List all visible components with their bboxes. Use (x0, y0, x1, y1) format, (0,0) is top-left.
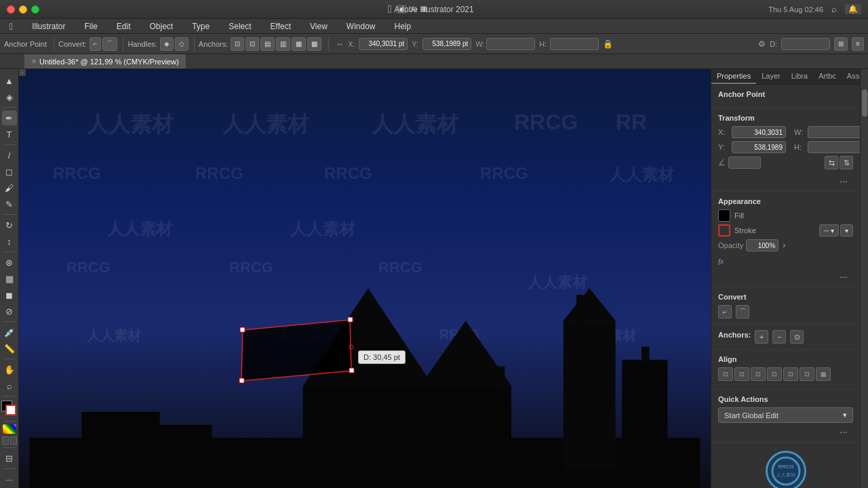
graph-tool[interactable]: ▦ (2, 271, 17, 286)
opacity-arrow-icon[interactable]: › (783, 241, 785, 250)
stroke-color[interactable] (5, 405, 16, 415)
fx-button[interactable]: fx (718, 256, 724, 266)
eyedropper-tool[interactable]: 💉 (2, 325, 17, 340)
transform-options-icon[interactable]: ⚙ (758, 39, 766, 49)
menu-file[interactable]: File (80, 20, 101, 33)
direct-selection-tool[interactable]: ◈ (2, 89, 17, 104)
menu-help[interactable]: Help (391, 20, 416, 33)
d-input[interactable] (781, 38, 830, 50)
anchor-remove-btn[interactable]: − (772, 330, 786, 344)
color-mode-btn[interactable] (3, 424, 16, 434)
panel-collapse-btn[interactable]: ‹ (19, 69, 26, 76)
view-mode-1[interactable] (2, 436, 9, 445)
menu-edit[interactable]: Edit (113, 20, 135, 33)
rect-tool[interactable]: ◻ (2, 164, 17, 179)
menu-effect[interactable]: Effect (267, 20, 295, 33)
stroke-swatch[interactable] (718, 224, 730, 237)
align-bottom-btn[interactable]: ⊡ (800, 367, 814, 381)
anchor-add-btn[interactable]: + (755, 330, 768, 344)
artboard-tool[interactable]: ⊟ (2, 451, 17, 466)
align-left-btn[interactable]: ⊡ (718, 367, 733, 381)
align-center-v-btn[interactable]: ⊡ (783, 367, 798, 381)
pencil-tool[interactable]: ✎ (2, 197, 17, 211)
rotate-tool[interactable]: ↻ (2, 218, 17, 232)
lock-icon[interactable]: 🔒 (603, 39, 613, 49)
fill-swatch[interactable] (718, 209, 730, 222)
zoom-tool[interactable]: ⌕ (2, 378, 17, 393)
maximize-button[interactable] (31, 5, 39, 14)
tab-close-icon[interactable]: ✕ (31, 58, 37, 65)
anchors-btn6[interactable]: ▩ (307, 37, 321, 51)
angle-input[interactable] (728, 157, 761, 169)
search-icon[interactable]: ⌕ (831, 4, 837, 14)
menu-view[interactable]: View (306, 20, 332, 33)
convert-smooth-btn[interactable]: ⌒ (102, 37, 117, 51)
hand-tool[interactable]: ✋ (2, 362, 17, 377)
flip-h-btn[interactable]: ⇆ (825, 156, 838, 169)
line-tool[interactable]: / (2, 148, 17, 163)
menu-apple[interactable]:  (5, 20, 17, 33)
convert-smooth-panel-btn[interactable]: ⌒ (736, 305, 749, 319)
pen-tool[interactable]: ✒ (2, 110, 17, 125)
stroke-type-dropdown[interactable]: ─ ▾ (819, 224, 839, 237)
tab-layer[interactable]: Layer (756, 69, 786, 84)
menu-illustrator[interactable]: Illustrator (28, 20, 69, 33)
align-chart-btn[interactable]: ▦ (816, 367, 831, 381)
apple-icon[interactable]:  (388, 3, 392, 16)
w-input[interactable] (486, 38, 535, 50)
tab-artboard[interactable]: Artbc (813, 69, 842, 84)
anchors-btn5[interactable]: ▦ (292, 37, 306, 51)
menu-type[interactable]: Type (188, 20, 214, 33)
anchor-smooth-btn[interactable]: ⊙ (790, 330, 804, 344)
paint-brush-tool[interactable]: 🖌 (2, 180, 17, 195)
appearance-more-btn[interactable]: ... (840, 269, 848, 280)
y-input[interactable] (422, 38, 471, 50)
doc-tab-active[interactable]: ✕ Untitled-36* @ 121,99 % (CMYK/Preview) (24, 54, 186, 68)
text-tool[interactable]: T (2, 127, 17, 142)
convert-corner-btn[interactable]: ⌐ (90, 37, 102, 51)
selection-tool[interactable]: ▲ (2, 73, 17, 88)
convert-corner-panel-btn[interactable]: ⌐ (718, 305, 732, 319)
flip-v-btn[interactable]: ⇅ (840, 156, 853, 169)
anchors-btn3[interactable]: ▤ (260, 37, 275, 51)
handles-btn2[interactable]: ◇ (175, 37, 189, 51)
blend-tool[interactable]: ⊘ (2, 304, 17, 319)
align-top-btn[interactable]: ⊡ (767, 367, 782, 381)
canvas-area[interactable]: ‹ 人人素材 人人素材 人人素材 RRCG RR RRCG RRCG RRCG … (19, 69, 711, 488)
tab-library[interactable]: Libra (786, 69, 813, 84)
minimize-button[interactable] (19, 5, 27, 14)
menu-select[interactable]: Select (224, 20, 255, 33)
anchors-btn4[interactable]: ▥ (276, 37, 290, 51)
anchors-btn2[interactable]: ⊡ (245, 37, 259, 51)
tab-properties[interactable]: Properties (711, 69, 756, 84)
handles-btn1[interactable]: ◈ (160, 37, 174, 51)
warp-tool[interactable]: ⊛ (2, 255, 17, 270)
w-prop-input[interactable] (808, 126, 860, 138)
opacity-input[interactable] (746, 239, 778, 251)
menu-window[interactable]: Window (342, 20, 380, 33)
view-mode-2[interactable] (10, 436, 17, 445)
start-global-edit-btn[interactable]: Start Global Edit ▾ (718, 407, 853, 423)
v-scroll-thumb[interactable] (862, 89, 867, 117)
x-input[interactable] (359, 38, 408, 50)
arrange-btn[interactable]: ≡ (852, 37, 864, 51)
tab-assets[interactable]: Asse (842, 69, 860, 84)
h-input[interactable] (550, 38, 599, 50)
stroke-options-dropdown[interactable]: ▾ (840, 224, 853, 237)
measure-tool[interactable]: 📏 (2, 341, 17, 356)
menu-object[interactable]: Object (146, 20, 178, 33)
anchors-btn1[interactable]: ⊡ (231, 37, 244, 51)
align-center-h-btn[interactable]: ⊡ (734, 367, 749, 381)
transform-more-btn[interactable]: ... (840, 174, 848, 184)
h-prop-input[interactable] (808, 141, 860, 153)
y-prop-input[interactable] (732, 141, 786, 153)
x-prop-input[interactable] (732, 126, 786, 138)
quick-actions-more-btn[interactable]: ... (840, 424, 848, 435)
align-right-btn[interactable]: ⊡ (751, 367, 766, 381)
notification-icon[interactable]: 🔔 (845, 4, 861, 14)
close-button[interactable] (7, 5, 15, 14)
color-swatches[interactable] (1, 401, 18, 417)
scale-tool[interactable]: ↕ (2, 234, 17, 249)
v-scrollbar[interactable] (860, 69, 868, 488)
more-options-btn[interactable]: ⊞ (834, 37, 848, 51)
